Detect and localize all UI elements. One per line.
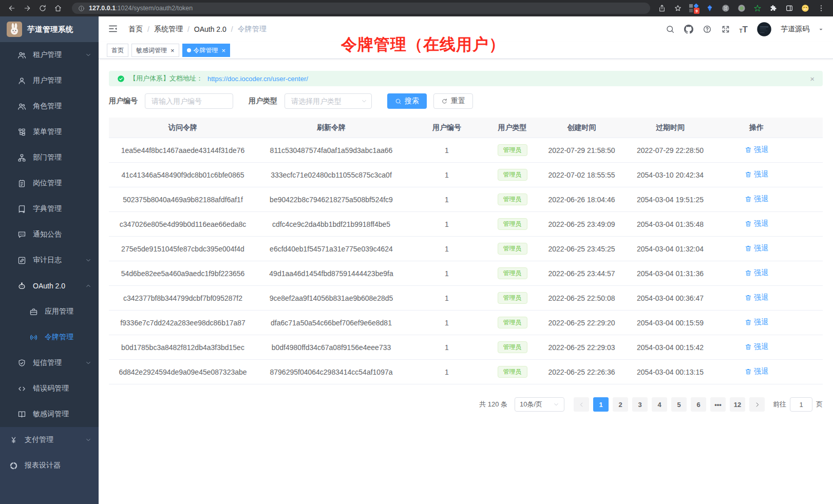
extension-gray-icon[interactable] [721, 4, 730, 13]
tab-close-icon[interactable]: × [171, 47, 175, 54]
cell-expire-time: 2022-07-29 22:28:50 [627, 146, 714, 154]
page-size-select[interactable]: 10条/页 [515, 397, 564, 412]
user-name[interactable]: 芋道源码 [781, 25, 809, 34]
page-button-2[interactable]: 2 [613, 397, 628, 412]
cell-user-id: 1 [406, 368, 488, 376]
sidebar-item-sms[interactable]: 短信管理 [0, 350, 99, 376]
sidebar-item-menu[interactable]: 菜单管理 [0, 119, 99, 145]
sidebar-item-sensitive-word[interactable]: 敏感词管理 [0, 401, 99, 427]
page-button-5[interactable]: 5 [671, 397, 687, 412]
search-icon[interactable] [666, 25, 675, 34]
sidebar-item-notice[interactable]: 通知公告 [0, 222, 99, 247]
home-button[interactable] [51, 2, 65, 15]
user-type-badge: 管理员 [498, 341, 527, 353]
user-avatar[interactable] [756, 22, 772, 37]
sidebar-item-dept[interactable]: 部门管理 [0, 145, 99, 170]
sidebar-item-oauth2[interactable]: OAuth 2.0 [0, 273, 99, 299]
side-panel-icon[interactable] [785, 4, 794, 13]
sidebar-item-pay[interactable]: 支付管理 [0, 427, 99, 453]
sidebar-item-report-designer[interactable]: 报表设计器 [0, 453, 99, 478]
sidebar-item-role[interactable]: 角色管理 [0, 93, 99, 119]
page-button-4[interactable]: 4 [652, 397, 667, 412]
chevron-down-icon [85, 360, 91, 366]
force-logout-button[interactable]: 强退 [745, 342, 768, 352]
profile-avatar-icon[interactable] [801, 4, 810, 13]
extension-grid-icon[interactable]: 9 [689, 4, 698, 13]
reset-button[interactable]: 重置 [433, 93, 473, 109]
force-logout-button[interactable]: 强退 [745, 244, 768, 253]
font-size-icon[interactable]: TT [740, 25, 748, 34]
github-icon[interactable] [684, 25, 694, 34]
alert-close-icon[interactable]: × [810, 74, 815, 83]
reload-button[interactable] [36, 2, 49, 15]
share-button[interactable] [657, 4, 667, 13]
next-page-button[interactable] [749, 397, 765, 412]
user-type-badge: 管理员 [498, 218, 527, 229]
prev-page-button[interactable] [574, 397, 589, 412]
doc-alert: 【用户体系】文档地址： https://doc.iocoder.cn/user-… [109, 71, 823, 86]
page-button-1[interactable]: 1 [593, 397, 609, 412]
tab-sensitive-word[interactable]: 敏感词管理 × [131, 44, 179, 57]
sidebar-item-dict[interactable]: 字典管理 [0, 196, 99, 222]
force-logout-button[interactable]: 强退 [745, 293, 768, 302]
force-logout-button[interactable]: 强退 [745, 145, 768, 154]
breadcrumb-oauth[interactable]: OAuth 2.0 [194, 25, 226, 33]
sidebar-item-audit-log[interactable]: 审计日志 [0, 247, 99, 273]
page-button-6[interactable]: 6 [691, 397, 706, 412]
breadcrumb-system[interactable]: 系统管理 [154, 25, 183, 34]
logo-rabbit-icon [7, 22, 22, 37]
page-button-12[interactable]: 12 [730, 397, 745, 412]
fullscreen-icon[interactable] [721, 25, 731, 34]
sidebar-item-oauth2-app[interactable]: 应用管理 [0, 299, 99, 324]
sidebar-item-error-code[interactable]: 错误码管理 [0, 376, 99, 401]
browser-menu-icon[interactable] [817, 4, 826, 13]
extension-star-icon[interactable] [753, 4, 762, 13]
alert-doc-link[interactable]: https://doc.iocoder.cn/user-center/ [207, 75, 308, 83]
force-logout-button[interactable]: 强退 [745, 219, 768, 228]
user-id-input[interactable] [145, 93, 233, 109]
table-body: 1ea5e44f8bc1467aaede43144f31de76 811c530… [109, 138, 823, 384]
search-button[interactable]: 搜索 [387, 93, 427, 109]
cell-user-id: 1 [406, 343, 488, 352]
page-list: 123456•••12 [591, 397, 747, 412]
extension-dot-icon[interactable] [737, 4, 746, 13]
sidebar-item-post[interactable]: 岗位管理 [0, 170, 99, 196]
table-row: f9336e7c7dd242a283ee98dc86b17a87 dfa6c71… [109, 311, 823, 335]
sidebar-item-tenant[interactable]: 租户管理 [0, 42, 99, 68]
cell-created-time: 2022-06-25 22:26:36 [537, 368, 627, 376]
chevron-down-icon[interactable] [818, 27, 824, 32]
extension-gem-icon[interactable] [705, 4, 714, 13]
sidebar-item-user[interactable]: 用户管理 [0, 68, 99, 93]
breadcrumb-home[interactable]: 首页 [128, 25, 143, 34]
site-info-icon[interactable] [78, 5, 85, 12]
cell-user-id: 1 [406, 294, 488, 302]
address-bar[interactable]: 127.0.0.1:1024/system/oauth2/token [72, 3, 650, 14]
page-more-button[interactable]: ••• [710, 397, 726, 412]
force-logout-button[interactable]: 强退 [745, 318, 768, 327]
forward-button[interactable] [21, 2, 34, 15]
force-logout-button[interactable]: 强退 [745, 367, 768, 376]
cell-user-type: 管理员 [488, 144, 537, 156]
tab-close-icon[interactable]: × [222, 47, 226, 54]
user-type-select[interactable] [285, 93, 372, 109]
help-icon[interactable] [703, 25, 712, 34]
sidebar-toggle-icon[interactable] [108, 24, 119, 35]
force-logout-button[interactable]: 强退 [745, 195, 768, 204]
extension-badge: 9 [694, 8, 699, 14]
sidebar-item-oauth2-token[interactable]: 令牌管理 [0, 324, 99, 350]
tab-oauth2-token[interactable]: 令牌管理 × [182, 44, 231, 57]
back-button[interactable] [5, 2, 18, 15]
extensions-puzzle-icon[interactable] [769, 4, 778, 13]
sidebar-menu: 租户管理 用户管理 角色管理 菜单管理 部门管理 岗位管理 字典管理 通知公告 … [0, 42, 99, 427]
force-logout-button[interactable]: 强退 [745, 268, 768, 278]
force-logout-button[interactable]: 强退 [745, 170, 768, 179]
cell-expire-time: 2054-03-04 01:32:04 [627, 245, 714, 253]
goto-page-input[interactable] [790, 397, 812, 412]
trash-icon [745, 294, 752, 301]
cell-actions: 强退 [714, 244, 823, 254]
app-title: 芋道管理系统 [27, 25, 73, 34]
tab-home[interactable]: 首页 [107, 44, 128, 57]
token-icon [29, 333, 38, 342]
page-button-3[interactable]: 3 [632, 397, 648, 412]
bookmark-star-icon[interactable] [673, 4, 683, 13]
